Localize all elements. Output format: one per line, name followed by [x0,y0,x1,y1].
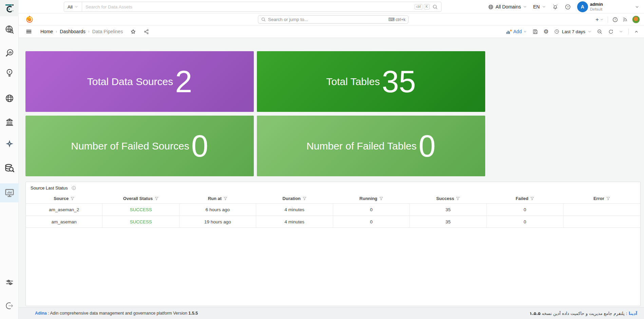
filter-icon[interactable] [154,196,159,201]
notifications-button[interactable] [552,4,558,10]
footer-version-fa: ۱.۵.۵ [529,311,540,316]
header-collapse-button[interactable] [635,5,639,9]
zoom-out-time-button[interactable] [597,29,603,35]
filter-icon[interactable] [456,196,460,201]
question-icon: ? [565,4,571,10]
governance-bank-icon[interactable] [0,115,19,129]
add-panel-button[interactable]: Add [506,29,527,34]
column-header-running[interactable]: Running [333,193,410,203]
stat-value: 2 [175,66,192,97]
chevron-down-icon [542,5,546,9]
grafana-avatar[interactable] [632,16,640,23]
favorite-star-icon[interactable] [130,29,136,35]
cell-overall-status: SUCCESS [102,204,179,216]
grafana-news-button[interactable] [622,17,628,22]
column-header-overall-status[interactable]: Overall Status [102,193,179,203]
integration-star-icon[interactable] [0,136,19,151]
breadcrumb-dashboards[interactable]: Dashboards [60,29,86,34]
profiling-search-chart-icon[interactable] [0,46,19,61]
avatar-initial: A [581,4,584,9]
filter-icon[interactable] [606,196,610,201]
search-icon[interactable] [432,4,438,10]
filter-icon[interactable] [70,196,75,201]
user-menu[interactable]: A admin Default [577,1,603,12]
settings-sliders-icon[interactable] [0,275,19,290]
cell-source: am_aseman [26,216,102,227]
language-label: EN [533,4,539,9]
svg-text:?: ? [614,18,616,21]
asset-search-input[interactable] [82,4,415,9]
stat-label: Total Data Sources [87,76,173,87]
breadcrumb-home[interactable]: Home [40,29,53,34]
breadcrumb-current: Data Pipelines [92,29,123,34]
discovery-globe-search-icon[interactable] [0,22,19,37]
add-label: Add [513,29,522,34]
collapse-toolbar-button[interactable] [634,29,639,34]
grafana-search-placeholder: Search or jump to... [268,17,386,22]
gear-icon: ⚙ [544,29,549,35]
chevron-down-icon [74,5,78,9]
cell-running: 0 [333,216,410,227]
asset-search-bar[interactable]: All ctrl K [64,2,441,12]
breadcrumb-separator: › [88,29,90,34]
refresh-button[interactable] [608,29,614,35]
column-header-failed[interactable]: Failed [487,193,563,203]
footer-brand-en[interactable]: Adina [35,311,47,316]
footer-text-fa: آدینا : پلتفرم جامع مدیریت و حاکمیت داده… [529,311,637,316]
footer-brand-fa[interactable]: آدینا [629,311,637,316]
stat-value: 0 [191,131,208,161]
share-icon[interactable] [144,29,149,35]
breadcrumb-separator: › [56,29,57,34]
stat-panel-failed-sources: Number of Failed Sources 0 [25,116,254,176]
plus-icon: + [595,16,599,23]
grafana-topbar: Search or jump to... ⌨ctrl+k + ? [19,14,644,25]
menu-toggle-button[interactable] [25,28,32,35]
search-icon [261,17,266,22]
dashboard-settings-button[interactable]: ⚙ [544,29,549,35]
footer-text-en: Adina : Adin comprehensive data manageme… [35,311,198,316]
grafana-new-button[interactable]: + [595,16,604,23]
insights-bulb-icon[interactable] [0,65,19,80]
cell-failed: 0 [487,204,563,216]
asset-search-filter-dropdown[interactable]: All [64,2,82,12]
chevron-down-icon [600,18,604,21]
domains-dropdown[interactable]: All Domains [488,4,527,10]
chevron-up-icon [634,29,639,34]
column-header-error[interactable]: Error [564,193,640,203]
dashboard-toolbar: Home › Dashboards › Data Pipelines Add ⚙… [19,25,644,38]
save-dashboard-button[interactable] [532,29,538,35]
dashboards-monitor-icon[interactable] [0,185,19,200]
column-header-success[interactable]: Success [410,193,487,203]
info-icon[interactable] [71,185,76,191]
stat-value: 0 [419,131,436,161]
chevron-down-icon [523,30,527,34]
adina-logo[interactable] [0,0,19,16]
divider [608,17,608,23]
language-dropdown[interactable]: EN [533,4,546,9]
keyboard-icon: ⌨ [388,17,395,22]
question-icon: ? [612,17,618,23]
panel-title: Source Last Status [31,185,68,191]
k-key-badge: K [424,4,430,9]
grafana-help-button[interactable]: ? [612,17,618,23]
help-button[interactable]: ? [565,4,571,10]
chevron-down-icon [523,5,527,9]
filter-icon[interactable] [223,196,228,201]
logout-icon[interactable] [0,298,19,313]
refresh-interval-dropdown[interactable] [619,30,623,34]
cell-overall-status: SUCCESS [102,216,179,227]
column-header-run-at[interactable]: Run at [179,193,256,203]
grafana-logo[interactable] [25,15,34,25]
database-search-icon[interactable] [0,161,19,176]
column-header-source[interactable]: Source [26,193,102,203]
filter-icon[interactable] [379,196,383,201]
column-header-duration[interactable]: Duration [256,193,333,203]
grafana-search-bar[interactable]: Search or jump to... ⌨ctrl+k [258,15,409,24]
cell-running: 0 [333,204,410,216]
filter-icon[interactable] [530,196,534,201]
filter-icon[interactable] [302,196,307,201]
status-table: Source Overall Status Run at Duration Ru… [26,193,640,228]
globe-icon[interactable] [0,91,19,106]
domains-label: All Domains [496,4,521,9]
time-range-picker[interactable]: Last 7 days [554,29,591,34]
